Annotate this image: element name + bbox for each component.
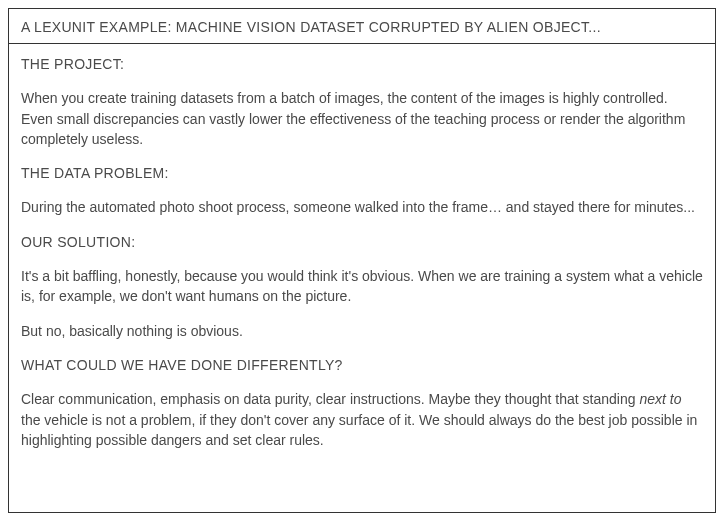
differently-emphasis: next to bbox=[639, 391, 681, 407]
section-body-project: When you create training datasets from a… bbox=[21, 88, 703, 149]
differently-pre: Clear communication, emphasis on data pu… bbox=[21, 391, 639, 407]
section-label-differently: WHAT COULD WE HAVE DONE DIFFERENTLY? bbox=[21, 355, 703, 375]
differently-post: the vehicle is not a problem, if they do… bbox=[21, 412, 697, 448]
section-label-data-problem: THE DATA PROBLEM: bbox=[21, 163, 703, 183]
section-body-differently: Clear communication, emphasis on data pu… bbox=[21, 389, 703, 450]
section-body-solution-1: It's a bit baffling, honestly, because y… bbox=[21, 266, 703, 307]
section-label-project: THE PROJECT: bbox=[21, 54, 703, 74]
example-card: A LEXUNIT EXAMPLE: MACHINE VISION DATASE… bbox=[8, 8, 716, 513]
card-title: A LEXUNIT EXAMPLE: MACHINE VISION DATASE… bbox=[21, 19, 601, 35]
section-body-solution-2: But no, basically nothing is obvious. bbox=[21, 321, 703, 341]
section-label-solution: OUR SOLUTION: bbox=[21, 232, 703, 252]
section-body-data-problem: During the automated photo shoot process… bbox=[21, 197, 703, 217]
card-body: THE PROJECT: When you create training da… bbox=[9, 44, 715, 476]
card-header: A LEXUNIT EXAMPLE: MACHINE VISION DATASE… bbox=[9, 9, 715, 44]
